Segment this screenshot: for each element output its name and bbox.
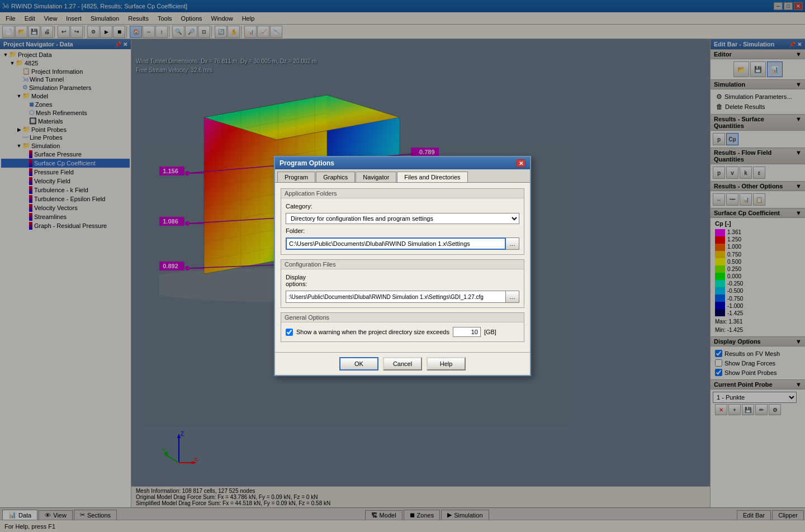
warning-checkbox[interactable] — [286, 329, 293, 336]
modal-body: Application Folders Category: Directory … — [275, 183, 530, 352]
folder-input[interactable] — [286, 238, 506, 250]
config-files-title: Configuration Files — [281, 260, 524, 269]
category-select-row: Directory for configuration files and pr… — [286, 213, 519, 224]
modal-title: Program Options — [280, 159, 334, 167]
modal-dialog: Program Options ✕ Program Graphics Navig… — [274, 156, 531, 376]
category-select[interactable]: Directory for configuration files and pr… — [286, 213, 519, 224]
general-opts-title: General Options — [281, 313, 524, 322]
app-folders-content: Category: Directory for configuration fi… — [281, 198, 524, 254]
modal-tabs: Program Graphics Navigator Files and Dir… — [275, 169, 530, 183]
modal-overlay[interactable]: Program Options ✕ Program Graphics Navig… — [0, 0, 805, 532]
modal-title-bar: Program Options ✕ — [275, 157, 530, 169]
unit-label: [GB] — [484, 329, 496, 335]
modal-tab-program[interactable]: Program — [277, 172, 315, 182]
modal-footer: OK Cancel Help — [275, 352, 530, 375]
folder-row: Folder: — [286, 227, 519, 234]
warning-row: Show a warning when the project director… — [286, 327, 519, 337]
app-folders-title: Application Folders — [281, 189, 524, 198]
display-opts-wrapper: … — [286, 291, 519, 303]
config-files-section: Configuration Files Display options: … — [281, 259, 524, 308]
general-options-section: General Options Show a warning when the … — [281, 312, 524, 342]
display-opts-browse-btn[interactable]: … — [506, 291, 519, 303]
folder-input-wrapper: … — [286, 238, 519, 250]
modal-tab-files[interactable]: Files and Directories — [397, 172, 467, 182]
help-button[interactable]: Help — [427, 357, 466, 370]
display-options-field-row: Display options: — [286, 274, 519, 287]
config-files-content: Display options: … — [281, 269, 524, 307]
category-row: Category: — [286, 203, 519, 210]
cancel-button[interactable]: Cancel — [383, 357, 422, 370]
category-label: Category: — [286, 203, 325, 210]
size-input[interactable] — [453, 327, 481, 337]
display-opts-input[interactable] — [286, 291, 506, 303]
modal-tab-graphics[interactable]: Graphics — [316, 172, 355, 182]
folder-browse-btn[interactable]: … — [506, 238, 519, 250]
modal-close-button[interactable]: ✕ — [517, 159, 525, 167]
modal-tab-navigator[interactable]: Navigator — [356, 172, 396, 182]
folder-label: Folder: — [286, 227, 325, 234]
display-opts-label: Display options: — [286, 274, 325, 287]
warning-label: Show a warning when the project director… — [296, 329, 449, 335]
application-folders-section: Application Folders Category: Directory … — [281, 188, 524, 255]
ok-button[interactable]: OK — [339, 357, 378, 370]
general-opts-content: Show a warning when the project director… — [281, 322, 524, 341]
